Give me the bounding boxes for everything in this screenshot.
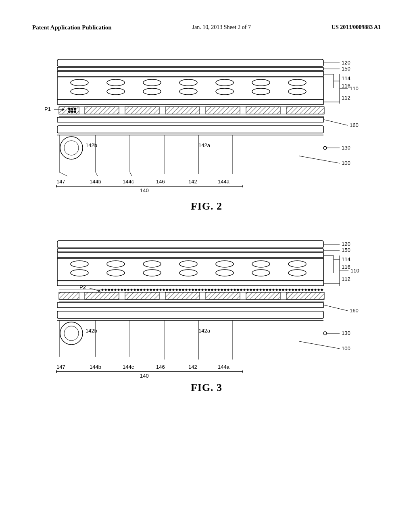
svg-rect-177 — [59, 292, 79, 299]
svg-text:144a: 144a — [218, 364, 230, 370]
svg-point-90 — [71, 270, 88, 276]
svg-point-132 — [179, 289, 181, 291]
svg-rect-178 — [85, 292, 119, 299]
svg-text:130: 130 — [342, 145, 350, 151]
svg-point-94 — [143, 270, 161, 276]
svg-point-173 — [311, 289, 313, 291]
svg-point-162 — [276, 289, 278, 291]
svg-point-163 — [279, 289, 281, 291]
svg-point-160 — [269, 289, 271, 291]
svg-text:150: 150 — [342, 247, 350, 253]
svg-point-140 — [205, 289, 207, 291]
svg-point-11 — [179, 88, 197, 95]
svg-point-10 — [179, 79, 197, 86]
svg-point-12 — [216, 79, 234, 86]
svg-point-161 — [273, 289, 275, 291]
svg-rect-179 — [125, 292, 159, 299]
svg-point-211 — [323, 332, 327, 335]
svg-point-96 — [179, 270, 197, 276]
svg-point-15 — [252, 88, 270, 95]
svg-text:140: 140 — [140, 373, 149, 378]
svg-point-143 — [215, 289, 217, 291]
svg-text:100: 100 — [342, 160, 350, 166]
svg-point-142 — [211, 289, 213, 291]
svg-point-17 — [288, 88, 306, 95]
header-date-sheet: Jan. 10, 2013 Sheet 2 of 7 — [192, 24, 251, 31]
svg-text:144a: 144a — [218, 179, 230, 185]
svg-point-141 — [208, 289, 210, 291]
svg-rect-188 — [57, 311, 323, 318]
svg-point-167 — [292, 289, 294, 291]
svg-point-165 — [286, 289, 288, 291]
svg-text:142a: 142a — [198, 142, 211, 148]
svg-point-102 — [288, 270, 306, 276]
svg-text:142: 142 — [188, 179, 197, 185]
svg-text:147: 147 — [56, 179, 65, 185]
svg-point-113 — [118, 289, 120, 291]
page-header: Patent Application Publication Jan. 10, … — [32, 24, 381, 31]
svg-point-172 — [308, 289, 310, 291]
svg-rect-182 — [246, 292, 280, 299]
svg-point-164 — [282, 289, 284, 291]
svg-text:147: 147 — [56, 364, 65, 370]
svg-point-170 — [302, 289, 304, 291]
svg-point-158 — [263, 289, 265, 291]
svg-text:130: 130 — [342, 330, 350, 336]
svg-point-99 — [252, 261, 270, 267]
svg-point-166 — [289, 289, 291, 291]
svg-point-97 — [216, 261, 234, 267]
svg-point-129 — [169, 289, 171, 291]
svg-rect-32 — [286, 107, 324, 114]
svg-point-13 — [216, 88, 234, 95]
svg-point-40 — [64, 141, 79, 155]
svg-point-127 — [163, 289, 165, 291]
svg-point-175 — [318, 289, 320, 291]
svg-line-44 — [96, 172, 98, 176]
svg-rect-27 — [85, 107, 119, 114]
svg-point-5 — [71, 88, 88, 95]
svg-point-136 — [192, 289, 194, 291]
svg-point-108 — [102, 289, 104, 291]
svg-point-176 — [321, 289, 323, 291]
svg-text:160: 160 — [350, 308, 359, 314]
svg-point-191 — [64, 326, 79, 341]
svg-text:150: 150 — [342, 66, 350, 72]
svg-point-171 — [305, 289, 307, 291]
svg-text:120: 120 — [342, 241, 350, 247]
figures-container: P1 — [32, 47, 381, 402]
svg-point-153 — [247, 289, 249, 291]
svg-rect-85 — [57, 241, 323, 248]
svg-point-139 — [202, 289, 204, 291]
svg-rect-87 — [57, 253, 323, 258]
svg-text:160: 160 — [350, 122, 359, 128]
svg-point-6 — [107, 79, 125, 86]
svg-point-100 — [252, 270, 270, 276]
header-publication-type: Patent Application Publication — [32, 24, 112, 31]
svg-point-119 — [137, 289, 139, 291]
svg-rect-0 — [57, 59, 323, 66]
svg-point-91 — [107, 261, 125, 267]
svg-point-9 — [143, 88, 161, 95]
svg-point-137 — [195, 289, 197, 291]
svg-text:142: 142 — [188, 364, 197, 370]
svg-point-159 — [266, 289, 268, 291]
svg-point-123 — [150, 289, 152, 291]
svg-point-149 — [234, 289, 236, 291]
svg-point-154 — [250, 289, 252, 291]
svg-rect-181 — [206, 292, 240, 299]
svg-point-147 — [227, 289, 229, 291]
svg-point-112 — [115, 289, 117, 291]
svg-point-146 — [224, 289, 226, 291]
svg-point-116 — [127, 289, 129, 291]
fig2-svg: P1 — [33, 47, 380, 196]
svg-line-213 — [299, 341, 340, 349]
svg-text:144b: 144b — [90, 364, 101, 370]
svg-point-4 — [71, 79, 88, 86]
svg-point-148 — [231, 289, 233, 291]
svg-text:140: 140 — [140, 187, 149, 193]
svg-text:112: 112 — [342, 276, 350, 282]
svg-point-14 — [252, 79, 270, 86]
svg-point-152 — [244, 289, 246, 291]
patent-page: Patent Application Publication Jan. 10, … — [0, 0, 413, 532]
svg-point-118 — [134, 289, 136, 291]
